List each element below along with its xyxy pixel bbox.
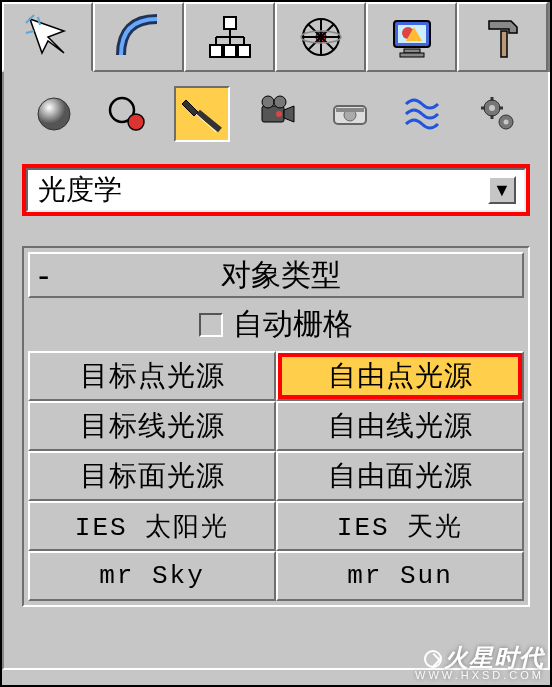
rollout-header[interactable]: - 对象类型 [28,252,524,298]
category-systems[interactable] [470,86,526,142]
svg-rect-3 [224,17,236,29]
tab-hierarchy[interactable] [184,2,275,72]
svg-rect-21 [404,49,420,53]
autogrid-checkbox[interactable] [199,313,223,337]
chevron-down-icon: ▼ [488,176,516,204]
svg-rect-6 [238,45,250,57]
btn-free-linear[interactable]: 自由线光源 [276,401,524,451]
create-category-toolbar [22,86,530,142]
btn-free-area[interactable]: 自由面光源 [276,451,524,501]
wheel-icon [297,13,345,61]
btn-target-linear[interactable]: 目标线光源 [28,401,276,451]
gears-icon [476,92,520,136]
object-type-rollout: - 对象类型 自动栅格 目标点光源 自由点光源 目标线光源 自由线光源 目标面光… [22,246,530,607]
light-type-dropdown[interactable]: 光度学 ▼ [26,168,526,212]
dropdown-selected-label: 光度学 [38,171,122,209]
svg-point-29 [262,96,274,108]
svg-rect-4 [210,45,222,57]
btn-free-point-highlight: 自由点光源 [278,353,522,399]
btn-mr-sun[interactable]: mr Sun [276,551,524,601]
tape-icon [328,92,372,136]
tab-motion[interactable] [275,2,366,72]
category-helpers[interactable] [322,86,378,142]
btn-free-point[interactable]: 自由点光源 [276,351,524,401]
tab-utilities[interactable] [457,2,548,72]
btn-ies-sun[interactable]: IES 太阳光 [28,501,276,551]
waves-icon [402,92,446,136]
svg-rect-24 [501,31,507,57]
autogrid-row: 自动栅格 [28,304,524,345]
svg-line-2 [26,31,34,33]
category-shapes[interactable] [100,86,156,142]
object-type-grid: 目标点光源 自由点光源 目标线光源 自由线光源 目标面光源 自由面光源 IES … [28,351,524,601]
tab-display[interactable] [366,2,457,72]
category-spacewarps[interactable] [396,86,452,142]
svg-point-36 [489,105,495,111]
svg-rect-22 [400,53,424,57]
hammer-icon [479,13,527,61]
flashlight-icon [180,92,224,136]
arc-icon [115,13,163,61]
shapes-icon [106,92,150,136]
btn-mr-sky[interactable]: mr Sky [28,551,276,601]
svg-point-27 [128,114,144,130]
svg-rect-5 [224,45,236,57]
svg-point-31 [276,111,282,117]
camera-icon [254,92,298,136]
light-type-dropdown-highlight: 光度学 ▼ [22,164,530,216]
svg-point-38 [504,120,509,125]
rollout-title: 对象类型 [72,255,514,296]
tab-create[interactable] [2,2,93,72]
btn-ies-sky[interactable]: IES 天光 [276,501,524,551]
hierarchy-icon [206,13,254,61]
sphere-icon [32,92,76,136]
btn-target-area[interactable]: 目标面光源 [28,451,276,501]
category-lights[interactable] [174,86,230,142]
category-cameras[interactable] [248,86,304,142]
svg-point-25 [38,98,70,130]
btn-target-point[interactable]: 目标点光源 [28,351,276,401]
autogrid-label: 自动栅格 [233,304,353,345]
svg-point-30 [274,96,286,108]
svg-rect-34 [336,108,364,112]
tab-modify[interactable] [93,2,184,72]
collapse-icon: - [38,265,62,285]
monitor-icon [388,13,436,61]
category-geometry[interactable] [26,86,82,142]
magic-cursor-icon [24,13,72,61]
